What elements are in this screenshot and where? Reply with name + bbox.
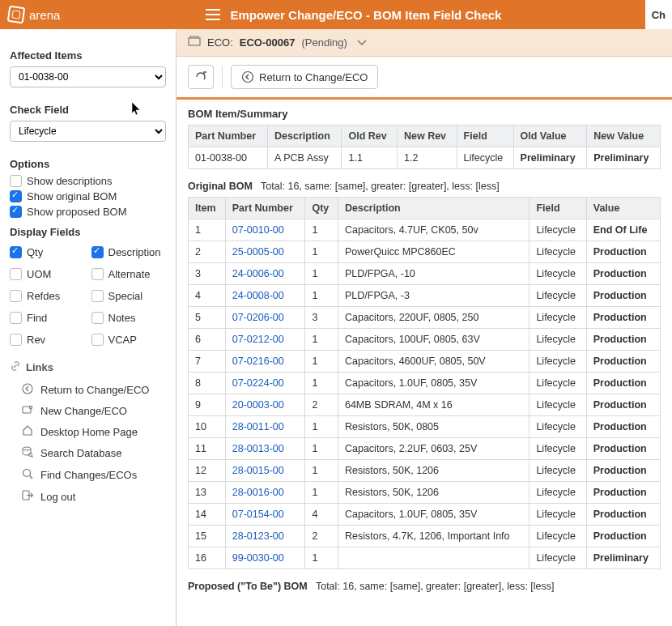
part-number-link[interactable]: 24-0008-00 <box>232 290 284 301</box>
svg-point-8 <box>243 72 253 83</box>
bom-col-header: Part Number <box>225 198 305 219</box>
bom-col-header: Qty <box>305 198 338 219</box>
bom-desc: Capacitors, 220UF, 0805, 250 <box>338 307 529 329</box>
bom-value: Production <box>586 416 660 438</box>
part-number-link[interactable]: 07-0224-00 <box>232 377 284 389</box>
link-desktop-home[interactable]: Desktop Home Page <box>10 421 166 442</box>
link-new-change[interactable]: New Change/ECO <box>10 401 166 421</box>
part-number-link[interactable]: 07-0154-00 <box>232 509 284 520</box>
bom-row: 1407-0154-004Capacitors, 1.0UF, 0805, 35… <box>189 504 661 526</box>
df-notes: Notes <box>108 312 136 324</box>
find-changes-icon <box>21 468 34 482</box>
part-number-link[interactable]: 20-0003-00 <box>232 399 284 411</box>
bom-desc: Capacitors, 4.7UF, CK05, 50v <box>338 219 529 241</box>
svg-point-6 <box>23 470 31 477</box>
checkbox-description[interactable] <box>91 246 104 258</box>
bom-item: 9 <box>189 394 226 416</box>
topbar: arena Empower Change/ECO - BOM Item Fiel… <box>0 0 672 29</box>
bom-field: Lifecycle <box>530 482 586 504</box>
bom-desc: Resistors, 50K, 0805 <box>338 416 529 438</box>
summary-table: Part NumberDescriptionOld RevNew RevFiel… <box>188 125 661 169</box>
database-search-icon <box>21 446 34 460</box>
refresh-button[interactable] <box>188 65 214 89</box>
logout-icon <box>21 490 34 503</box>
bom-desc: Capacitors, 2.2UF, 0603, 25V <box>338 438 529 460</box>
part-number-link[interactable]: 07-0010-00 <box>232 224 284 236</box>
part-number-link[interactable]: 28-0013-00 <box>232 443 284 454</box>
link-find-changes[interactable]: Find Changes/ECOs <box>10 464 166 486</box>
bom-qty: 4 <box>305 504 338 526</box>
checkbox-rev[interactable] <box>10 334 22 346</box>
checkbox-special[interactable] <box>91 290 104 302</box>
part-number-link[interactable]: 24-0006-00 <box>232 268 284 279</box>
part-number-link[interactable]: 07-0212-00 <box>232 334 284 345</box>
bom-desc: PowerQuicc MPC860EC <box>338 241 529 263</box>
checkbox-refdes[interactable] <box>10 290 22 302</box>
bom-value: Production <box>586 438 660 460</box>
ch-button[interactable]: Ch <box>645 0 672 29</box>
part-number-link[interactable]: 28-0015-00 <box>232 465 284 476</box>
svg-rect-0 <box>189 38 200 45</box>
summary-col-header: New Value <box>587 126 661 147</box>
part-number-link[interactable]: 99-0030-00 <box>232 552 284 564</box>
proposed-bom-caption: Proposed ("To Be") BOM Total: 16, same: … <box>188 581 661 592</box>
summary-col-header: Description <box>268 126 342 147</box>
checkbox-show-original-bom[interactable] <box>10 190 22 202</box>
bom-col-header: Item <box>189 198 226 219</box>
eco-prefix: ECO: <box>207 36 233 49</box>
checkbox-alternate[interactable] <box>91 268 104 280</box>
arena-logo-icon <box>7 6 26 24</box>
bom-field: Lifecycle <box>530 219 586 241</box>
bom-value: Production <box>586 263 660 285</box>
checkbox-notes[interactable] <box>91 312 104 324</box>
bom-desc: Capacitors, 4600UF, 0805, 50V <box>338 351 529 373</box>
part-number-link[interactable]: 07-0216-00 <box>232 356 284 367</box>
checkbox-show-proposed-bom[interactable] <box>10 206 22 218</box>
options-heading: Options <box>10 158 166 170</box>
checkbox-find[interactable] <box>10 312 22 324</box>
checkbox-qty[interactable] <box>10 246 22 258</box>
link-search-database[interactable]: Search Database <box>10 442 166 464</box>
part-number-link[interactable]: 07-0206-00 <box>232 312 284 323</box>
bom-value: Preliminary <box>586 547 660 569</box>
svg-point-4 <box>23 447 31 450</box>
bom-item: 1 <box>189 219 226 241</box>
bom-col-header: Description <box>338 198 529 219</box>
part-number-link[interactable]: 28-0011-00 <box>232 421 284 432</box>
bom-field: Lifecycle <box>530 307 586 329</box>
bom-desc: PLD/FPGA, -3 <box>338 285 529 307</box>
check-field-heading: Check Field <box>10 104 166 116</box>
part-number-link[interactable]: 28-0016-00 <box>232 487 284 498</box>
opt-show-prop-label: Show proposed BOM <box>27 206 127 218</box>
checkbox-vcap[interactable] <box>91 334 104 346</box>
bom-item: 15 <box>189 526 226 547</box>
bom-col-header: Field <box>530 198 586 219</box>
bom-desc: Capacitors, 100UF, 0805, 63V <box>338 329 529 351</box>
check-field-select[interactable]: Lifecycle <box>10 121 166 142</box>
brand-text: arena <box>29 8 60 22</box>
affected-items-heading: Affected Items <box>10 49 166 62</box>
part-number-link[interactable]: 25-0005-00 <box>232 246 284 258</box>
menu-toggle-icon[interactable] <box>206 9 220 20</box>
chevron-down-icon[interactable] <box>357 36 367 49</box>
bom-desc: Resistors, 50K, 1206 <box>338 460 529 482</box>
affected-items-select[interactable]: 01-0038-00 <box>10 66 166 87</box>
bom-item: 12 <box>189 460 226 482</box>
home-icon <box>21 425 34 438</box>
eco-bar: ECO: ECO-00067 (Pending) <box>177 29 672 57</box>
bom-field: Lifecycle <box>530 373 586 394</box>
bom-row: 507-0206-003Capacitors, 220UF, 0805, 250… <box>189 307 661 329</box>
link-return-to-change[interactable]: Return to Change/ECO <box>10 379 166 401</box>
eco-status: (Pending) <box>301 36 347 49</box>
checkbox-uom[interactable] <box>10 268 22 280</box>
bom-desc <box>338 547 529 569</box>
return-to-change-button[interactable]: Return to Change/ECO <box>231 65 378 89</box>
bom-row: 607-0212-001Capacitors, 100UF, 0805, 63V… <box>189 329 661 351</box>
part-number-link[interactable]: 28-0123-00 <box>232 530 284 542</box>
bom-field: Lifecycle <box>530 263 586 285</box>
bom-qty: 1 <box>305 263 338 285</box>
bom-row: 707-0216-001Capacitors, 4600UF, 0805, 50… <box>189 351 661 373</box>
link-logout[interactable]: Log out <box>10 486 166 507</box>
checkbox-show-descriptions[interactable] <box>10 175 22 187</box>
bom-row: 1528-0123-002Resistors, 4.7K, 1206, Impo… <box>189 526 661 547</box>
